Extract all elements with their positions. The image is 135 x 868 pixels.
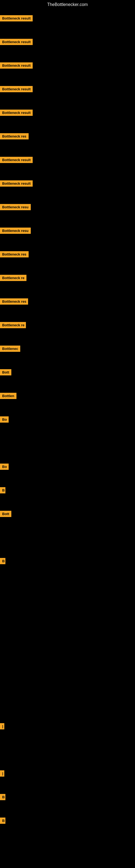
bottleneck-result-badge: Bottleneck result: [0, 86, 33, 92]
bottleneck-result-badge: Bottleneck res: [0, 299, 28, 305]
bottleneck-result-badge: Bo: [0, 416, 9, 423]
bottleneck-result-badge: Bottleneck result: [0, 62, 33, 69]
bottleneck-result-badge: Bott: [0, 369, 11, 375]
bottleneck-result-badge: |: [0, 770, 4, 777]
bottleneck-result-badge: Bottleneck re: [0, 322, 26, 328]
site-title: TheBottlenecker.com: [0, 0, 135, 9]
bottleneck-result-badge: B: [0, 558, 5, 564]
bottleneck-result-badge: B: [0, 487, 5, 493]
bottleneck-result-badge: Bottleneck result: [0, 157, 33, 163]
bottleneck-result-badge: Bottleneck res: [0, 251, 29, 257]
bottleneck-result-badge: Bottleneck resu: [0, 204, 31, 210]
bottleneck-result-badge: Bott: [0, 511, 11, 517]
bottleneck-result-badge: Bo: [0, 464, 9, 470]
bottleneck-result-badge: Bottleneck result: [0, 110, 33, 116]
bottleneck-result-badge: |: [0, 723, 4, 730]
bottleneck-result-badge: B: [0, 794, 5, 800]
bottleneck-result-badge: Bottleneck resu: [0, 227, 31, 234]
bottleneck-result-badge: Bottleneck result: [0, 39, 33, 45]
bottleneck-result-badge: Bottleneck result: [0, 180, 33, 187]
bottleneck-result-badge: Bottlen: [0, 393, 16, 399]
bottleneck-result-badge: Bottleneck res: [0, 133, 29, 140]
bottleneck-result-badge: Bottlenec: [0, 346, 20, 352]
bottleneck-result-badge: Bottleneck result: [0, 15, 33, 22]
bottleneck-result-badge: B: [0, 817, 5, 824]
bottleneck-result-badge: Bottleneck re: [0, 275, 27, 281]
